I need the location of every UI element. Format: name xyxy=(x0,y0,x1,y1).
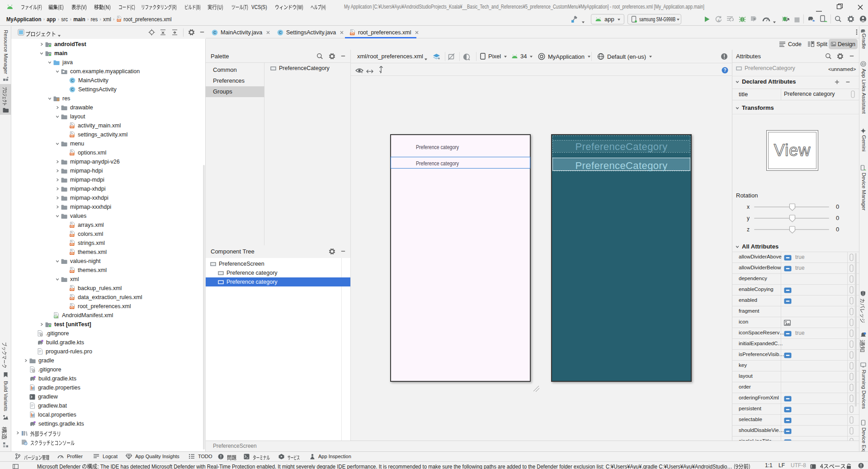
svg-text:<>: <> xyxy=(70,288,74,291)
svg-text:C: C xyxy=(71,78,74,83)
svg-text:MF: MF xyxy=(54,315,58,318)
svg-text:<>: <> xyxy=(70,270,74,273)
svg-text:C: C xyxy=(71,87,74,92)
svg-text:<>: <> xyxy=(70,125,74,128)
svg-text:C: C xyxy=(213,30,216,35)
svg-text:<>: <> xyxy=(70,225,74,228)
svg-text:<>: <> xyxy=(70,252,74,255)
svg-text:<>: <> xyxy=(70,134,74,137)
svg-text:<>: <> xyxy=(118,18,121,21)
svg-text:C: C xyxy=(279,30,282,35)
svg-text:<>: <> xyxy=(70,234,74,237)
svg-text:?: ? xyxy=(723,68,726,73)
svg-text:<>: <> xyxy=(70,243,74,246)
svg-text:<>: <> xyxy=(70,152,74,155)
svg-text:<>: <> xyxy=(70,297,74,300)
svg-text:A: A xyxy=(717,19,720,23)
svg-text:<>: <> xyxy=(70,306,74,309)
svg-text:<>: <> xyxy=(350,32,354,35)
